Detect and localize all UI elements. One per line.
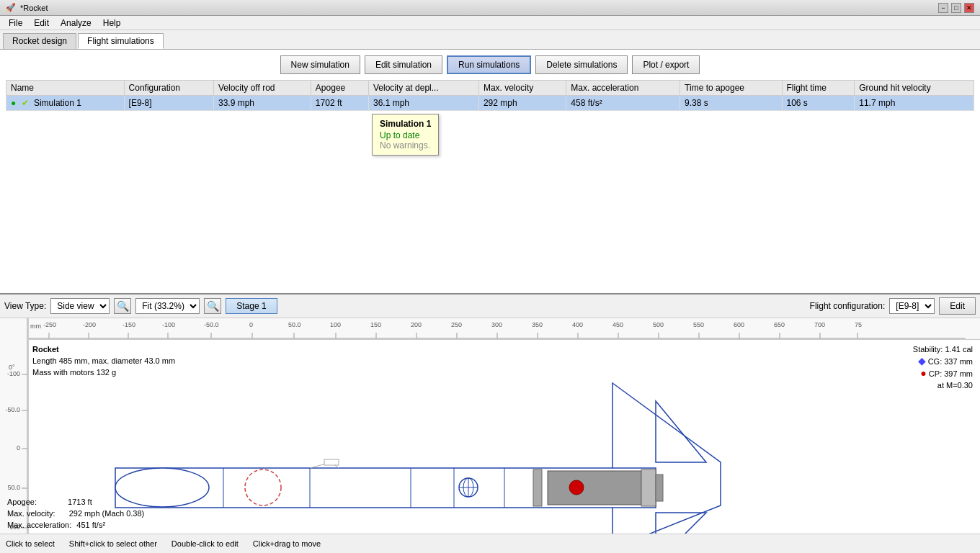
stat-max-vel-row: Max. velocity: 292 mph (Mach 0.38) [7,508,144,519]
stage-button[interactable]: Stage 1 [226,298,277,314]
app-icon: 🚀 [6,3,16,12]
status-double: Double-click to edit [172,539,239,548]
bottom-toolbar: View Type: Side view 🔍 Fit (33.2%) 🔍 Sta… [0,295,980,318]
svg-text:50.0: 50.0 [288,321,301,328]
col-vel-depl: Velocity at depl... [369,81,479,96]
cell-vel-depl: 36.1 mph [369,96,479,111]
cp-info: ● CP: 397 mm [913,367,973,379]
max-vel-stat-label: Max. velocity: [7,509,55,518]
svg-text:350: 350 [532,321,543,328]
status-drag: Click+drag to move [253,539,321,548]
plot-export-button[interactable]: Plot / export [632,55,700,74]
stat-max-accel-row: Max. acceleration: 451 ft/s² [7,519,144,531]
svg-text:-200: -200 [83,321,96,328]
flight-config-label: Flight configuration: [810,301,886,311]
simulation-tooltip: Simulation 1 Up to date No warnings. [372,114,439,156]
minimize-button[interactable]: − [938,3,948,13]
menu-analyze[interactable]: Analyze [55,17,97,30]
svg-text:400: 400 [572,321,583,328]
title-bar: 🚀 *Rocket − □ ✕ [0,0,980,16]
cell-config: [E9-8] [124,96,213,111]
svg-point-75 [569,480,584,495]
ruler-svg: mm // Will be drawn via inline positions… [29,318,980,340]
svg-text:75: 75 [855,321,862,328]
flight-config-select[interactable]: [E9-8] [889,298,935,314]
svg-rect-68 [533,469,542,506]
cell-time-apogee: 9.38 s [680,96,782,111]
col-max-vel: Max. velocity [478,81,566,96]
menu-help[interactable]: Help [97,17,127,30]
svg-text:500: 500 [653,321,664,328]
svg-text:450: 450 [612,321,623,328]
svg-marker-56 [612,383,721,549]
menu-bar: File Edit Analyze Help [0,16,980,30]
menu-edit[interactable]: Edit [28,17,55,30]
view-type-label: View Type: [4,301,46,311]
cg-dot-icon: ◆ [918,355,926,367]
close-button[interactable]: ✕ [964,3,974,13]
new-simulation-button[interactable]: New simulation [280,55,360,74]
svg-text:550: 550 [693,321,704,328]
max-accel-stat-value: 451 ft/s² [76,521,105,529]
svg-text:650: 650 [774,321,785,328]
zoom-in-icon[interactable]: 🔍 [114,298,131,314]
cell-ground-hit: 11.7 mph [855,96,974,111]
menu-file[interactable]: File [3,17,28,30]
apogee-stat-value: 1713 ft [68,498,92,506]
apogee-stat-label: Apogee: [7,498,37,506]
max-accel-stat-label: Max. acceleration: [7,521,71,529]
cell-max-accel: 458 ft/s² [566,96,680,111]
col-apogee: Apogee [311,81,368,96]
edit-config-button[interactable]: Edit [939,297,976,315]
svg-text:0: 0 [17,444,20,451]
col-vel-rod: Velocity off rod [213,81,311,96]
svg-text:50.0: 50.0 [7,484,20,491]
cell-max-vel: 292 mph [478,96,566,111]
svg-rect-67 [548,471,641,505]
mach-label: at M=0.30 [913,379,973,391]
rocket-title: Rocket [32,343,175,355]
cell-status-name: ● ✔ Simulation 1 [6,96,125,111]
status-click: Click to select [6,539,55,548]
cell-sim-name: Simulation 1 [34,98,81,108]
fit-select[interactable]: Fit (33.2%) [135,298,200,314]
status-bar: Click to select Shift+click to select ot… [0,534,980,552]
cg-label: CG: 337 mm [928,357,973,366]
sim-toolbar: New simulation Edit simulation Run simul… [6,55,974,74]
delete-simulations-button[interactable]: Delete simulations [535,55,628,74]
svg-text:700: 700 [814,321,825,328]
top-panel: New simulation Edit simulation Run simul… [0,50,980,295]
svg-text:300: 300 [491,321,502,328]
cg-info: ◆ CG: 337 mm [913,355,973,367]
svg-text:150: 150 [370,321,381,328]
status-check-icon: ✔ [22,98,29,108]
zoom-out-icon[interactable]: 🔍 [204,298,221,314]
svg-text:-250: -250 [43,321,56,328]
svg-text:-100: -100 [7,370,20,377]
run-simulations-button[interactable]: Run simulations [447,55,531,74]
edit-simulation-button[interactable]: Edit simulation [365,55,442,74]
svg-text:100: 100 [330,321,341,328]
tooltip-warnings: No warnings. [380,140,431,150]
svg-text:-50.0: -50.0 [204,321,219,328]
status-ok-icon: ● [11,98,16,108]
svg-rect-69 [641,469,656,506]
stat-apogee-row: Apogee: 1713 ft [7,496,144,508]
cp-label: CP: 397 mm [929,369,973,378]
rocket-visualization-area: mm // Will be drawn via inline positions… [0,318,980,552]
tab-flight-simulations[interactable]: Flight simulations [78,33,164,49]
cp-dot-icon: ● [920,367,926,379]
tab-rocket-design[interactable]: Rocket design [3,33,76,49]
view-type-select[interactable]: Side view [50,298,110,314]
table-row[interactable]: ● ✔ Simulation 1 [E9-8] 33.9 mph 1702 ft… [6,96,974,111]
simulation-table: Name Configuration Velocity off rod Apog… [6,80,974,111]
svg-text:0: 0 [249,321,253,328]
svg-text:-150: -150 [122,321,135,328]
tab-strip: Rocket design Flight simulations [0,30,980,50]
maximize-button[interactable]: □ [951,3,961,13]
ruler-top: mm // Will be drawn via inline positions… [29,318,980,340]
tooltip-status: Up to date [380,130,431,140]
col-max-accel: Max. acceleration [566,81,680,96]
max-vel-stat-value: 292 mph (Mach 0.38) [69,509,145,518]
col-ground-hit: Ground hit velocity [855,81,974,96]
